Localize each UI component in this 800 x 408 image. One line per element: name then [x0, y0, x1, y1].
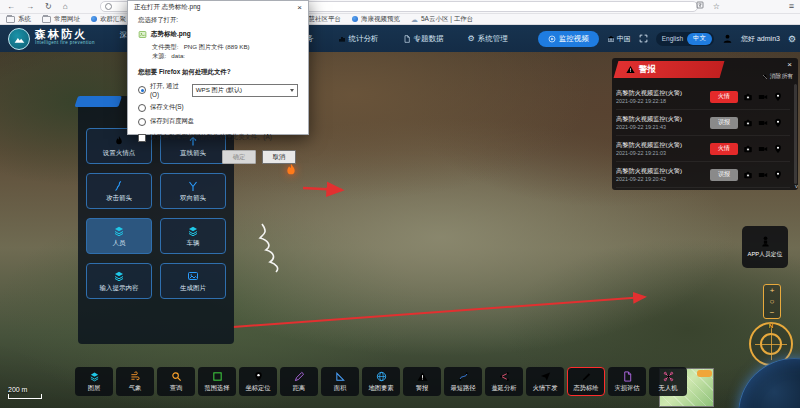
language-toggle[interactable]: English 中文 [656, 32, 714, 46]
minimap-badge[interactable] [697, 370, 712, 377]
radio-save-label[interactable]: 保存文件(S) [150, 103, 184, 112]
tool-shortest-path[interactable]: 最短路径 [444, 367, 482, 396]
scroll-down-icon[interactable]: v [795, 183, 798, 189]
tool-weather[interactable]: 气象 [116, 367, 154, 396]
radio-save-netdisk[interactable] [138, 118, 146, 126]
fire-tag-button[interactable]: 火情 [710, 91, 738, 103]
camera-icon[interactable] [743, 92, 753, 102]
nav-item-topic-data[interactable]: 专题数据 [403, 34, 444, 44]
avatar[interactable] [722, 33, 733, 44]
tool-fire-dispatch[interactable]: 火情下发 [526, 367, 564, 396]
draw-button-generate-image[interactable]: 生成图片 [160, 263, 226, 299]
open-with-dropdown[interactable]: WPS 图片 (默认) [192, 84, 298, 97]
cancel-button[interactable]: 取消 [262, 150, 296, 164]
dialog-title: 正在打开 态势标绘.png [134, 3, 200, 12]
app-personnel-locator[interactable]: APP人员定位 [742, 226, 788, 268]
bookmark-item[interactable]: 系统 [6, 15, 31, 24]
tool-layers[interactable]: 图层 [75, 367, 113, 396]
radio-save-file[interactable] [138, 104, 146, 112]
bank-icon [607, 35, 615, 43]
settings-gear-icon[interactable]: ⚙ [788, 34, 796, 44]
radio-open-with[interactable] [138, 86, 146, 94]
reload-icon[interactable]: ↻ [45, 1, 52, 12]
alarm-row: 高黎防火视频监控(火警)2021-09-22 19:21:03 火情 [616, 136, 790, 162]
video-camera-icon[interactable] [758, 118, 768, 128]
play-circle-icon [548, 35, 556, 43]
home-icon[interactable]: ⌂ [63, 1, 68, 12]
location-pin-icon[interactable] [773, 170, 783, 180]
bookmark-item[interactable]: ☁5A云小区 | 工作台 [411, 15, 473, 24]
lang-english[interactable]: English [658, 35, 687, 42]
camera-icon[interactable] [743, 144, 753, 154]
radio-open-label[interactable]: 打开, 通过(O) [150, 82, 184, 98]
tool-damage-assessment[interactable]: 灾损评估 [608, 367, 646, 396]
layers-icon [113, 225, 125, 237]
back-icon[interactable]: ← [7, 1, 15, 12]
country-selector[interactable]: 中国 [607, 34, 631, 44]
video-camera-icon[interactable] [758, 170, 768, 180]
tool-search[interactable]: 查询 [157, 367, 195, 396]
nav-item-system-manage[interactable]: ⚙ 系统管理 [468, 34, 508, 44]
fullscreen-icon[interactable] [639, 34, 648, 43]
pin-icon [253, 371, 264, 382]
draw-button-input-prompt[interactable]: 输入提示内容 [86, 263, 152, 299]
tool-situation-plotting[interactable]: 态势标绘 [567, 367, 605, 396]
compass-north-label: N [769, 323, 773, 329]
scrollbar[interactable] [794, 84, 797, 184]
tool-coordinate-locate[interactable]: 坐标定位 [239, 367, 277, 396]
weather-icon [130, 371, 141, 382]
filetype-value: PNG 图片文件 (889 KB) [184, 43, 250, 50]
false-alarm-tag-button[interactable]: 误报 [710, 169, 738, 181]
false-alarm-tag-button[interactable]: 误报 [710, 117, 738, 129]
site-favicon [352, 16, 358, 22]
nav-item-statistics[interactable]: 统计分析 [338, 34, 379, 44]
forward-icon[interactable]: → [26, 1, 34, 12]
bookmark-star-icon[interactable]: ☆ [713, 1, 720, 12]
fire-tag-button[interactable]: 火情 [710, 143, 738, 155]
bookmark-item[interactable]: 常用网址 [42, 15, 80, 24]
ok-button[interactable]: 确定 [222, 150, 256, 164]
camera-icon[interactable] [743, 118, 753, 128]
bookmark-item[interactable]: 海康视频预览 [352, 15, 400, 24]
zoom-reset-button[interactable]: ○ [770, 296, 775, 307]
remember-checkbox-label[interactable]: 以后自动采用相同的动作处理此类文件。(A) [150, 133, 272, 142]
folder-icon [42, 16, 51, 23]
map-scale: 200 m [8, 386, 42, 399]
camera-icon[interactable] [743, 170, 753, 180]
lang-chinese[interactable]: 中文 [687, 33, 712, 45]
zoom-out-button[interactable]: − [770, 307, 775, 318]
zoom-in-button[interactable]: + [770, 285, 775, 296]
location-pin-icon[interactable] [773, 92, 783, 102]
radio-netdisk-label[interactable]: 保存到百度网盘 [150, 117, 194, 126]
alarm-panel: 警报 × 消除所有 高黎防火视频监控(火警)2021-09-22 19:22:1… [612, 58, 798, 190]
location-pin-icon[interactable] [773, 118, 783, 128]
tool-distance[interactable]: 距离 [280, 367, 318, 396]
browser-menu-icon[interactable]: ≡ [789, 0, 794, 12]
remember-checkbox[interactable] [138, 134, 146, 142]
alarm-header: 警报 [614, 61, 725, 78]
close-icon[interactable]: × [297, 3, 302, 12]
close-icon[interactable]: × [787, 60, 792, 69]
source-value: data: [171, 52, 185, 59]
tool-drone[interactable]: 无人机 [649, 367, 687, 396]
translate-icon[interactable] [696, 1, 704, 9]
clear-all-button[interactable]: 消除所有 [762, 72, 793, 81]
tool-map-elements[interactable]: 地图要素 [362, 367, 400, 396]
video-camera-icon[interactable] [758, 144, 768, 154]
warning-icon [626, 65, 635, 74]
draw-button-two-way-arrow[interactable]: 双向箭头 [160, 173, 226, 209]
gear-icon: ⚙ [468, 34, 475, 43]
tool-area[interactable]: 面积 [321, 367, 359, 396]
draw-button-vehicles[interactable]: 车辆 [160, 218, 226, 254]
site-info-icon[interactable] [105, 3, 112, 10]
tool-alarm[interactable]: 警报 [403, 367, 441, 396]
location-pin-icon[interactable] [773, 144, 783, 154]
bell-off-icon [762, 74, 768, 80]
draw-button-attack-arrow[interactable]: 攻击箭头 [86, 173, 152, 209]
video-camera-icon[interactable] [758, 92, 768, 102]
tool-spread-analysis[interactable]: 蔓延分析 [485, 367, 523, 396]
map-viewport[interactable]: 设置火情点 直线箭头 攻击箭头 双向箭头 人员 车辆 [0, 52, 800, 408]
monitor-video-button[interactable]: 监控视频 [538, 31, 599, 47]
tool-region-select[interactable]: 范围选择 [198, 367, 236, 396]
draw-button-personnel[interactable]: 人员 [86, 218, 152, 254]
